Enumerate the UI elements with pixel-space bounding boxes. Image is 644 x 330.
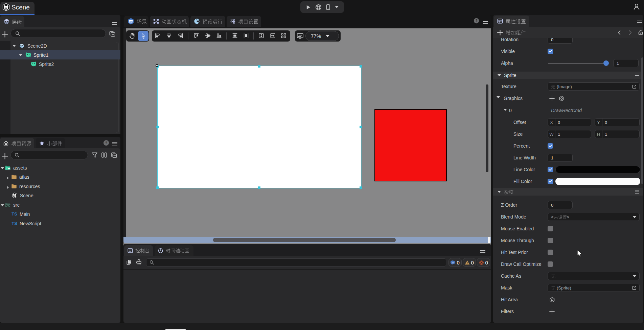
svg-text:TS: TS bbox=[12, 211, 17, 217]
svg-text:?: ? bbox=[105, 141, 108, 145]
svg-text:TS: TS bbox=[12, 221, 17, 226]
svg-text:?: ? bbox=[475, 19, 477, 23]
